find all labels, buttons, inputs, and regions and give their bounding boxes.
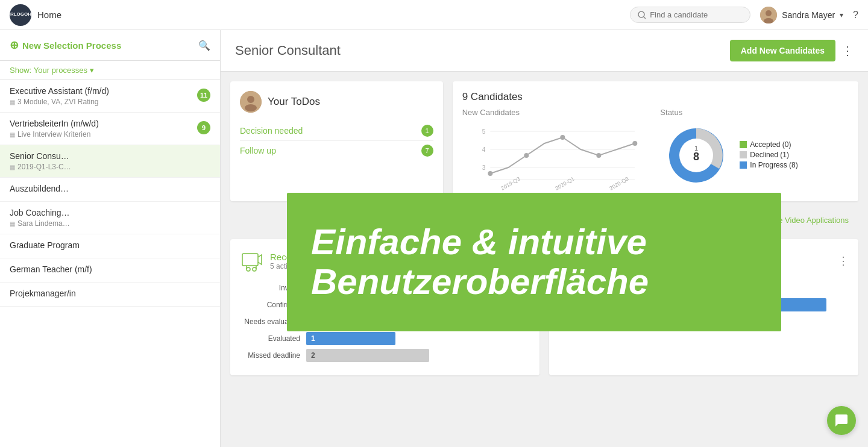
todos-avatar [240, 91, 262, 113]
inprogress-color-dot [740, 161, 747, 169]
top-row: Your ToDos Decision needed 1 Follow up 7… [230, 81, 858, 201]
svg-point-3 [766, 10, 772, 16]
todos-card: Your ToDos Decision needed 1 Follow up 7 [230, 81, 443, 201]
sidebar-item-german[interactable]: German Teacher (m/f) [0, 258, 220, 283]
logo: YOUR LOGO HERE [10, 4, 31, 26]
sidebar-item-executive[interactable]: Executive Assistant (f/m/d) ▦ 3 Module, … [0, 80, 220, 113]
live-more-icon[interactable]: ⋮ [838, 254, 849, 267]
avatar [760, 7, 777, 23]
bar-row-missed: Missed deadline 2 [240, 349, 530, 362]
overlay-text-1: Einfache & intuitive [311, 222, 647, 262]
chart-section: New Candidates 5 4 [462, 108, 849, 192]
svg-point-28 [247, 267, 250, 271]
accepted-color-dot [740, 141, 747, 148]
candidate-search-bar [630, 7, 750, 23]
search-input[interactable] [650, 10, 740, 19]
pie-chart-container: 1 8 Accepted (0) [660, 119, 849, 192]
sidebar-search-button[interactable]: 🔍 [198, 40, 210, 51]
todo-row-followup: Follow up 7 [240, 141, 433, 160]
main-layout: ⊕ New Selection Process 🔍 Show: Your pro… [0, 30, 868, 447]
sidebar-item-senior[interactable]: Senior Consu… ▦ 2019-Q1-L3-C… [0, 145, 220, 178]
user-area: Sandra Mayer ▾ ? [760, 7, 858, 23]
todos-title: Your ToDos [268, 96, 320, 108]
svg-text:2019-Q3: 2019-Q3 [500, 176, 521, 192]
home-link[interactable]: Home [37, 10, 61, 20]
status-label: Status [660, 108, 849, 117]
line-chart: 5 4 3 [462, 119, 651, 192]
overlay-banner: Einfache & intuitive Benutzeroberfläche [287, 193, 781, 331]
svg-point-16 [524, 153, 529, 158]
bar-row-evaluated: Evaluated 1 [240, 332, 530, 345]
svg-text:2020-Q3: 2020-Q3 [608, 176, 629, 192]
todo-decision-badge: 1 [421, 125, 433, 137]
sidebar-list: Executive Assistant (f/m/d) ▦ 3 Module, … [0, 80, 220, 447]
svg-text:4: 4 [482, 146, 485, 153]
svg-point-29 [253, 267, 256, 271]
search-icon [638, 11, 646, 19]
svg-text:3: 3 [482, 164, 485, 171]
legend-inprogress: In Progress (8) [740, 161, 797, 169]
todo-followup-link[interactable]: Follow up [240, 146, 276, 155]
svg-text:2020-Q1: 2020-Q1 [554, 176, 575, 192]
add-candidates-button[interactable]: Add New Candidates [730, 40, 835, 61]
overlay-text-2: Benutzeroberfläche [311, 262, 649, 302]
candidates-title: 9 Candidates [462, 91, 523, 103]
legend-accepted: Accepted (0) [740, 140, 797, 149]
new-selection-button[interactable]: ⊕ New Selection Process [10, 39, 198, 52]
candidates-card: 9 Candidates New Candidates [453, 81, 858, 201]
recorded-interview-icon [240, 249, 264, 273]
svg-rect-27 [242, 254, 258, 266]
top-nav: YOUR LOGO HERE Home Sandra Mayer ▾ ? [0, 0, 868, 30]
legend-declined: Declined (1) [740, 151, 797, 159]
main-header: Senior Consultant Add New Candidates ⋮ [221, 30, 868, 72]
pie-legend: Accepted (0) Declined (1) In Progress (8… [740, 140, 797, 171]
help-icon[interactable]: ? [853, 10, 858, 20]
new-candidates-label: New Candidates [462, 108, 651, 117]
plus-circle-icon: ⊕ [10, 39, 19, 52]
chat-button[interactable] [827, 406, 856, 435]
chevron-down-icon[interactable]: ▾ [840, 11, 843, 19]
todo-decision-link[interactable]: Decision needed [240, 126, 303, 136]
svg-point-19 [632, 141, 637, 146]
svg-point-18 [596, 153, 601, 158]
show-filter: Show: Your processes ▾ [0, 61, 220, 80]
svg-point-0 [638, 11, 644, 17]
svg-point-6 [247, 96, 254, 103]
sidebar-header: ⊕ New Selection Process 🔍 [0, 30, 220, 61]
sidebar: ⊕ New Selection Process 🔍 Show: Your pro… [0, 30, 221, 447]
sidebar-item-jobcoaching[interactable]: Job Coaching… ▦ Sara Lindema… [0, 202, 220, 234]
sidebar-item-projektmanager[interactable]: Projekmanager/in [0, 283, 220, 307]
line-chart-area: New Candidates 5 4 [462, 108, 651, 192]
pie-section: Status 1 [660, 108, 849, 192]
main-content: Senior Consultant Add New Candidates ⋮ [221, 30, 868, 447]
declined-color-dot [740, 151, 747, 158]
chevron-down-icon[interactable]: ▾ [90, 66, 94, 75]
svg-text:8: 8 [693, 151, 699, 163]
svg-text:5: 5 [482, 128, 485, 135]
user-name: Sandra Mayer [782, 10, 835, 20]
svg-point-17 [560, 135, 565, 140]
sidebar-item-graduate[interactable]: Graduate Program [0, 234, 220, 258]
todo-row-decision: Decision needed 1 [240, 121, 433, 141]
sidebar-item-auszubildend[interactable]: Auszubildend… [0, 178, 220, 202]
page-title: Senior Consultant [235, 43, 730, 58]
svg-point-15 [488, 171, 492, 176]
more-options-icon[interactable]: ⋮ [841, 43, 854, 58]
todo-followup-badge: 7 [421, 145, 433, 157]
svg-point-7 [245, 104, 257, 111]
sidebar-item-vertrieb[interactable]: VertriebsleiterIn (m/w/d) ▦ Live Intervi… [0, 113, 220, 145]
svg-line-1 [644, 17, 646, 19]
